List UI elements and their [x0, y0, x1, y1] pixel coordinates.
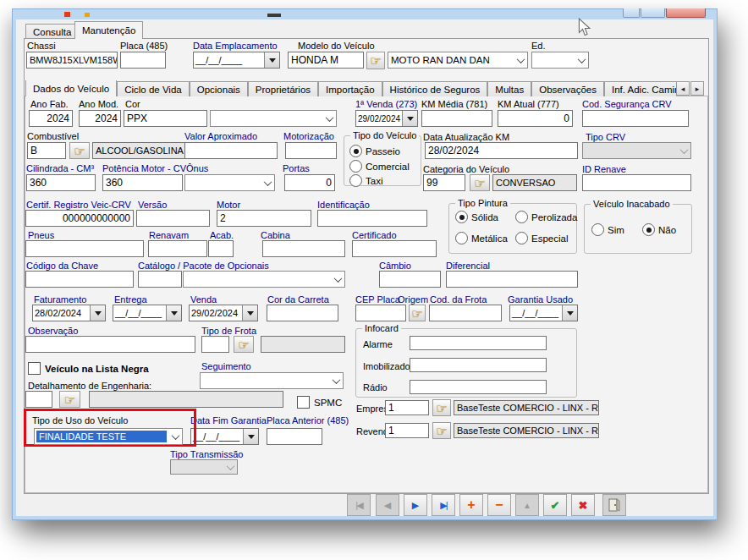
empresa-input[interactable]: 1	[385, 400, 429, 415]
data-fim-garantia-picker[interactable]: __/__/____	[190, 428, 259, 445]
tab-historico-de-seguros[interactable]: Histórico de Seguros	[382, 81, 488, 96]
tab-inf-adic-caminhoes[interactable]: Inf. Adic. Caminhões	[604, 81, 676, 96]
cor-select[interactable]	[210, 110, 337, 127]
toolbar-prev-button[interactable]: ◀	[376, 494, 399, 516]
toolbar-confirm-button[interactable]: ✔	[543, 494, 567, 516]
versao-input[interactable]	[136, 210, 210, 227]
motorizacao-input[interactable]	[285, 142, 337, 159]
certificado-input[interactable]	[352, 240, 437, 257]
garantia-usado-picker[interactable]: __/__/____	[509, 305, 578, 321]
toolbar-first-button[interactable]: |◀	[347, 494, 371, 516]
tab-ciclo-de-vida[interactable]: Ciclo de Vida	[117, 81, 190, 96]
ed-select[interactable]	[531, 52, 589, 69]
tab-multas[interactable]: Multas	[487, 81, 531, 96]
minimize-button[interactable]	[623, 8, 640, 18]
cod-frota-input[interactable]	[429, 305, 502, 321]
catalogo-select[interactable]	[183, 271, 345, 288]
tipo-frota-input[interactable]	[201, 336, 229, 353]
radio-comercial[interactable]: Comercial	[349, 160, 410, 173]
catalogo-input[interactable]	[138, 271, 182, 288]
cilindrada-input[interactable]: 360	[26, 174, 96, 191]
primeira-venda-picker[interactable]: 29/02/2024	[355, 110, 418, 127]
observacao-input[interactable]	[25, 336, 195, 353]
combustivel-lookup-button[interactable]: ☞	[69, 142, 90, 159]
cor-input[interactable]: PPX	[124, 110, 207, 127]
diferencial-input[interactable]	[446, 271, 578, 288]
categoria-lookup-button[interactable]: ☞	[470, 174, 490, 191]
chevron-down-icon[interactable]	[243, 429, 258, 444]
alarme-input[interactable]	[410, 336, 547, 350]
onus-select[interactable]	[184, 174, 275, 191]
toolbar-cancel-button[interactable]: ✖	[571, 494, 595, 516]
tab-observacoes[interactable]: Observações	[531, 81, 604, 96]
toolbar-last-button[interactable]: ▶|	[432, 494, 455, 516]
radio-metalica[interactable]: Metálica	[455, 232, 508, 244]
venda-picker[interactable]: 29/02/2024	[189, 305, 258, 321]
valor-aproximado-input[interactable]	[184, 142, 278, 159]
entrega-picker[interactable]: __/__/____	[113, 305, 182, 321]
chevron-down-icon[interactable]	[264, 52, 279, 68]
faturamento-picker[interactable]: 28/02/2024	[32, 305, 106, 321]
chassi-input[interactable]: BMW8J15XLVM158WC9	[26, 52, 118, 69]
placa-input[interactable]	[120, 52, 166, 69]
cod-seguranca-crv-input[interactable]	[582, 110, 689, 127]
imobilizador-input[interactable]	[410, 358, 547, 372]
modelo-input[interactable]: HONDA M	[288, 52, 364, 69]
tab-scroll-right-button[interactable]: ▸	[690, 81, 704, 96]
tab-scroll-left-button[interactable]: ◂	[676, 81, 690, 96]
modelo-nome-select[interactable]: MOTO RAN DAN DAN	[388, 52, 528, 69]
radio-perolizada[interactable]: Perolizada	[515, 211, 577, 223]
pneus-input[interactable]	[25, 240, 144, 257]
chevron-down-icon[interactable]	[242, 305, 257, 321]
cep-placa-input[interactable]	[355, 305, 406, 321]
radio-field-input[interactable]	[410, 380, 547, 394]
checkbox-spmc[interactable]: SPMC	[297, 396, 342, 409]
certif-crv-input[interactable]: 000000000000	[25, 210, 134, 227]
detalhamento-lookup-button[interactable]: ☞	[59, 391, 80, 408]
radio-taxi[interactable]: Taxi	[349, 174, 382, 187]
tipo-transmissao-select[interactable]	[170, 459, 238, 475]
maximize-button[interactable]	[641, 8, 665, 18]
chevron-down-icon[interactable]	[166, 305, 181, 321]
potencia-input[interactable]: 360	[102, 174, 183, 191]
placa-anterior-input[interactable]	[267, 428, 322, 445]
chevron-down-icon[interactable]	[562, 305, 577, 321]
close-button[interactable]	[666, 8, 706, 18]
revenda-input[interactable]: 1	[385, 423, 429, 438]
identificacao-input[interactable]	[317, 210, 427, 227]
tipo-uso-select[interactable]: FINALIDADE TESTE	[34, 428, 183, 445]
origem-lookup-button[interactable]: ☞	[409, 305, 426, 321]
toolbar-exit-button[interactable]	[602, 494, 626, 516]
cabina-input[interactable]	[262, 240, 345, 257]
id-renave-input[interactable]	[582, 174, 691, 191]
ano-fab-input[interactable]: 2024	[29, 110, 73, 127]
data-emplacamento-picker[interactable]: __/__/____	[193, 52, 280, 69]
renavam-input[interactable]	[148, 240, 207, 257]
tipo-crv-select[interactable]	[582, 142, 691, 159]
cor-carreta-input[interactable]	[267, 305, 338, 321]
radio-passeio[interactable]: Passeio	[349, 145, 400, 157]
toolbar-remove-button[interactable]: −	[487, 494, 511, 516]
portas-input[interactable]: 0	[284, 174, 335, 191]
motor-input[interactable]: 2	[217, 210, 311, 227]
km-atual-input[interactable]: 0	[498, 110, 573, 127]
modelo-lookup-button[interactable]: ☞	[366, 52, 385, 69]
toolbar-up-button[interactable]: ▲	[515, 494, 539, 516]
empresa-lookup-button[interactable]: ☞	[432, 399, 451, 416]
ano-mod-input[interactable]: 2024	[79, 110, 121, 127]
detalhamento-input[interactable]	[25, 391, 52, 408]
radio-nao[interactable]: Não	[642, 223, 676, 236]
categoria-input[interactable]: 99	[423, 174, 465, 191]
combustivel-input[interactable]: B	[27, 142, 66, 159]
cambio-input[interactable]	[379, 271, 441, 288]
tab-importacao[interactable]: Importação	[318, 81, 382, 96]
radio-sim[interactable]: Sim	[591, 223, 624, 236]
checkbox-lista-negra[interactable]: Veículo na Lista Negra	[28, 362, 149, 375]
tab-opcionais[interactable]: Opcionais	[190, 81, 248, 96]
tab-dados-do-veiculo[interactable]: Dados do Veículo	[25, 80, 117, 96]
tab-manutencao[interactable]: Manutenção	[74, 21, 143, 39]
revenda-lookup-button[interactable]: ☞	[432, 422, 451, 439]
km-media-input[interactable]	[421, 110, 492, 127]
data-atualizacao-km-input[interactable]: 28/02/2024	[425, 142, 578, 159]
chevron-down-icon[interactable]	[402, 111, 417, 126]
